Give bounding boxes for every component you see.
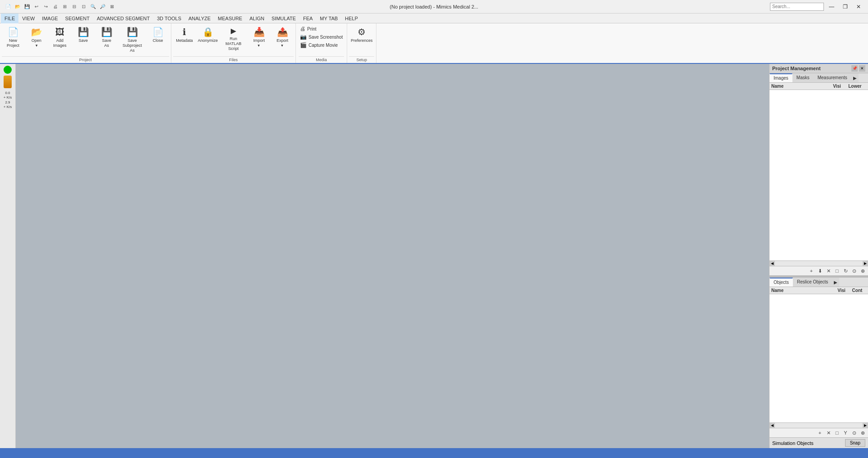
menu-view[interactable]: VIEW — [18, 13, 38, 23]
close-button[interactable]: ✕ — [853, 2, 864, 11]
restore-button[interactable]: ❐ — [839, 2, 851, 11]
target-button[interactable]: ⊕ — [859, 267, 866, 274]
ribbon-group-media: 🖨 Print 📷 Save Screenshot 🎬 Capture Movi… — [296, 23, 347, 63]
objects-col-visi: Visi — [835, 288, 848, 293]
fit-icon[interactable]: ⊠ — [107, 2, 116, 11]
menu-simulate[interactable]: SIMULATE — [268, 13, 300, 23]
panel-pin-button[interactable]: 📌 — [851, 65, 858, 72]
ks-label-1: 0.0+ K/s2.9+ K/s — [4, 91, 12, 110]
matlab-icon: ▶ — [231, 27, 236, 35]
menu-analyze[interactable]: ANALYZE — [185, 13, 214, 23]
objects-scroll-thumb[interactable] — [775, 423, 863, 428]
menu-image[interactable]: IMAGE — [38, 13, 61, 23]
menu-my-tab[interactable]: MY TAB — [316, 13, 341, 23]
title-bar-left: 📄 📂 💾 ↩ ↪ 🖨 ⊞ ⊟ ⊡ 🔍 🔎 ⊠ — [4, 2, 116, 11]
ribbon-group-files: ℹ Metadata 🔒 Anonymize ▶ Run MATLABScrip… — [171, 23, 296, 63]
objects-rotate-button[interactable]: Y — [842, 429, 849, 436]
scroll-right-button[interactable]: ▶ — [863, 261, 868, 266]
zoom-in-icon[interactable]: 🔍 — [89, 2, 98, 11]
simulation-objects-label: Simulation Objects — [772, 440, 814, 446]
ribbon-group-project: 📄 NewProject 📂 Open▾ 🖼 AddImages 💾 Save … — [0, 23, 171, 63]
objects-tab-more-button[interactable]: ▶ — [832, 278, 839, 287]
ribbon-group-setup-content: ⚙ Preferences — [349, 25, 374, 55]
save-subproject-as-button[interactable]: 💾 Save SubprojectAs — [119, 25, 146, 54]
new-icon[interactable]: 📄 — [4, 2, 13, 11]
objects-scroll-left-button[interactable]: ◀ — [770, 423, 775, 428]
preferences-button[interactable]: ⚙ Preferences — [349, 25, 374, 52]
redo-icon[interactable]: ↪ — [41, 2, 50, 11]
scroll-left-button[interactable]: ◀ — [770, 261, 775, 266]
objects-add-button[interactable]: + — [816, 429, 823, 436]
new-project-button[interactable]: 📄 NewProject — [2, 25, 24, 52]
run-matlab-button[interactable]: ▶ Run MATLABScript — [220, 25, 247, 52]
objects-h-scrollbar[interactable]: ◀ ▶ — [770, 422, 868, 428]
objects-toolbar: + ✕ □ Y ⊙ ⊕ — [770, 428, 868, 437]
edit-item-button[interactable]: □ — [833, 267, 841, 274]
tab-measurements[interactable]: Measurements — [814, 73, 851, 82]
search-input[interactable] — [770, 3, 824, 11]
capture-movie-item[interactable]: 🎬 Capture Movie — [299, 41, 344, 49]
print-icon[interactable]: 🖨 — [51, 2, 60, 11]
save-button[interactable]: 💾 Save — [72, 25, 94, 52]
delete-item-button[interactable]: ✕ — [825, 267, 832, 274]
menu-segment[interactable]: SEGMENT — [62, 13, 93, 23]
save-icon[interactable]: 💾 — [22, 2, 31, 11]
objects-delete-button[interactable]: ✕ — [825, 429, 832, 436]
canvas-area[interactable] — [16, 64, 769, 448]
objects-tabs: Objects Reslice Objects ▶ — [770, 278, 868, 287]
tab-masks[interactable]: Masks — [792, 73, 814, 82]
menu-help[interactable]: HELP — [341, 13, 362, 23]
save-as-icon: 💾 — [101, 27, 112, 36]
zoom-out-icon[interactable]: 🔎 — [98, 2, 107, 11]
ribbon-group-setup: ⚙ Preferences Setup — [347, 23, 376, 63]
tool2-icon[interactable]: ⊟ — [70, 2, 79, 11]
objects-scroll-right-button[interactable]: ▶ — [863, 423, 868, 428]
tab-objects[interactable]: Objects — [770, 278, 793, 287]
menu-3d-tools[interactable]: 3D TOOLS — [153, 13, 185, 23]
menu-advanced-segment[interactable]: ADVANCED SEGMENT — [93, 13, 153, 23]
add-item-button[interactable]: + — [808, 267, 815, 274]
menu-fea[interactable]: FEA — [300, 13, 316, 23]
tab-more-button[interactable]: ▶ — [851, 73, 859, 82]
left-sidebar: 0.0+ K/s2.9+ K/s — [0, 64, 16, 448]
objects-target-button[interactable]: ⊕ — [859, 429, 866, 436]
export-icon: 📤 — [277, 27, 288, 36]
metadata-button[interactable]: ℹ Metadata — [173, 25, 196, 52]
import-button[interactable]: 📥 Import▾ — [248, 25, 270, 52]
anonymize-button[interactable]: 🔒 Anonymize — [197, 25, 219, 52]
zoom-button[interactable]: ⊙ — [850, 267, 858, 274]
add-images-button[interactable]: 🖼 AddImages — [49, 25, 71, 52]
menu-align[interactable]: ALIGN — [246, 13, 268, 23]
export-button[interactable]: 📤 Export▾ — [271, 25, 294, 52]
objects-zoom-button[interactable]: ⊙ — [850, 429, 858, 436]
ribbon-project-label: Project — [2, 56, 169, 63]
menu-measure[interactable]: MEASURE — [214, 13, 246, 23]
tab-reslice-objects[interactable]: Reslice Objects — [793, 278, 832, 287]
images-h-scrollbar[interactable]: ◀ ▶ — [770, 260, 868, 266]
ribbon-files-label: Files — [173, 56, 294, 63]
scroll-thumb[interactable] — [775, 261, 863, 266]
refresh-button[interactable]: ↻ — [842, 267, 849, 274]
snap-button[interactable]: Snap — [845, 439, 865, 447]
save-screenshot-item[interactable]: 📷 Save Screenshot — [299, 33, 344, 40]
open-icon[interactable]: 📂 — [13, 2, 22, 11]
panel-close-button[interactable]: ✕ — [859, 65, 865, 72]
import-icon: 📥 — [254, 27, 265, 36]
ribbon-group-project-content: 📄 NewProject 📂 Open▾ 🖼 AddImages 💾 Save … — [2, 25, 169, 55]
minimize-button[interactable]: — — [826, 2, 837, 11]
menu-file[interactable]: FILE — [1, 13, 18, 23]
open-button[interactable]: 📂 Open▾ — [25, 25, 48, 52]
objects-edit-button[interactable]: □ — [833, 429, 841, 436]
tab-images[interactable]: Images — [770, 73, 792, 82]
move-down-button[interactable]: ⬇ — [816, 267, 823, 274]
undo-icon[interactable]: ↩ — [32, 2, 41, 11]
print-item[interactable]: 🖨 Print — [299, 25, 344, 32]
right-panel: Project Management 📌 ✕ Images Masks Meas… — [769, 64, 868, 448]
save-as-button[interactable]: 💾 SaveAs — [95, 25, 118, 52]
save-subproject-icon: 💾 — [127, 27, 138, 36]
tool3-icon[interactable]: ⊡ — [79, 2, 88, 11]
objects-table-header: Name Visi Cont — [770, 287, 868, 294]
close-button[interactable]: 📄 Close — [147, 25, 169, 52]
tool1-icon[interactable]: ⊞ — [60, 2, 69, 11]
objects-panel: Objects Reslice Objects ▶ Name Visi Cont… — [770, 277, 868, 448]
